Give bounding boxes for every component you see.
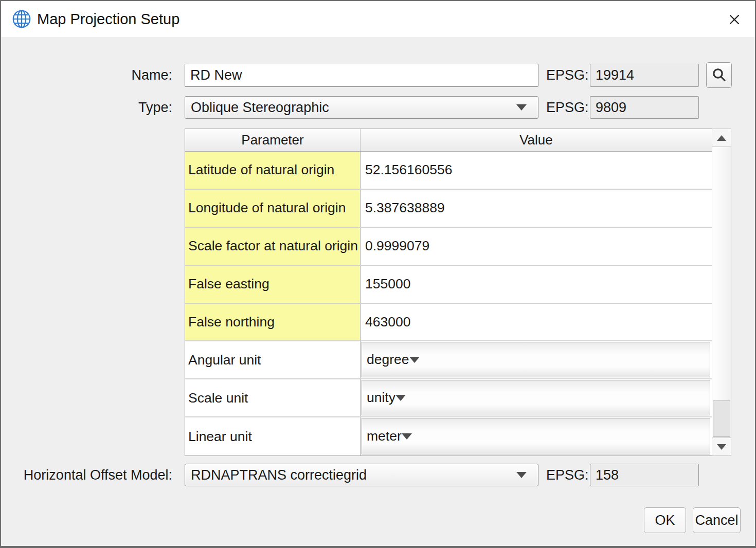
search-icon bbox=[711, 67, 727, 83]
unit-dropdown-value: degree bbox=[367, 352, 409, 368]
chevron-down-icon bbox=[395, 395, 406, 401]
globe-icon bbox=[11, 8, 32, 30]
value-cell[interactable]: 52.156160556 bbox=[361, 152, 712, 189]
parameter-cell[interactable]: False easting bbox=[185, 266, 361, 303]
parameter-table-body: Latitude of natural origin52.156160556Lo… bbox=[185, 152, 712, 455]
parameter-cell[interactable]: Linear unit bbox=[185, 417, 361, 455]
value-cell[interactable]: 5.387638889 bbox=[361, 190, 712, 227]
title-bar: Map Projection Setup bbox=[1, 1, 755, 37]
chevron-down-icon bbox=[409, 357, 420, 363]
cancel-button[interactable]: Cancel bbox=[693, 507, 741, 533]
table-row: Latitude of natural origin52.156160556 bbox=[185, 152, 712, 190]
parameter-cell[interactable]: Latitude of natural origin bbox=[185, 152, 361, 189]
chevron-down-icon bbox=[717, 444, 726, 450]
value-cell: unity bbox=[361, 379, 712, 416]
offset-epsg-field bbox=[590, 464, 699, 486]
table-scrollbar[interactable] bbox=[712, 129, 731, 456]
parameter-cell[interactable]: Longitude of natural origin bbox=[185, 190, 361, 227]
table-row: False northing463000 bbox=[185, 304, 712, 342]
parameter-cell[interactable]: Angular unit bbox=[185, 341, 361, 378]
type-label: Type: bbox=[1, 96, 172, 119]
offset-epsg-label: EPSG: bbox=[546, 464, 589, 487]
type-epsg-label: EPSG: bbox=[546, 96, 589, 119]
map-projection-setup-dialog: Map Projection Setup Name: EPSG: Type: O… bbox=[0, 0, 756, 548]
name-label: Name: bbox=[1, 64, 172, 87]
table-row: False easting155000 bbox=[185, 266, 712, 304]
type-epsg-field bbox=[590, 96, 699, 119]
unit-dropdown[interactable]: meter bbox=[362, 418, 710, 454]
chevron-down-icon bbox=[516, 104, 527, 111]
table-row: Scale factor at natural origin0.9999079 bbox=[185, 228, 712, 266]
offset-model-dropdown[interactable]: RDNAPTRANS correctiegrid bbox=[185, 464, 538, 486]
unit-dropdown[interactable]: degree bbox=[362, 342, 710, 377]
table-row: Scale unitunity bbox=[185, 379, 712, 417]
table-row: Linear unitmeter bbox=[185, 417, 712, 455]
value-cell[interactable]: 463000 bbox=[361, 304, 712, 341]
value-cell[interactable]: 155000 bbox=[361, 266, 712, 303]
name-epsg-field bbox=[590, 64, 699, 87]
unit-dropdown[interactable]: unity bbox=[362, 380, 710, 415]
table-row: Angular unitdegree bbox=[185, 341, 712, 379]
ok-button[interactable]: OK bbox=[644, 507, 686, 533]
chevron-up-icon bbox=[717, 135, 726, 141]
offset-model-value: RDNAPTRANS correctiegrid bbox=[191, 467, 516, 483]
parameter-cell[interactable]: False northing bbox=[185, 304, 361, 341]
scrollbar-up-button[interactable] bbox=[712, 129, 731, 147]
close-icon bbox=[727, 12, 742, 27]
name-input[interactable] bbox=[185, 64, 538, 87]
header-parameter: Parameter bbox=[185, 129, 361, 151]
chevron-down-icon bbox=[516, 472, 527, 478]
table-header: Parameter Value bbox=[185, 129, 712, 152]
parameter-table: Parameter Value Latitude of natural orig… bbox=[185, 129, 731, 456]
type-dropdown[interactable]: Oblique Stereographic bbox=[185, 96, 538, 119]
value-cell: meter bbox=[361, 417, 712, 455]
scrollbar-thumb[interactable] bbox=[713, 400, 730, 437]
scrollbar-down-button[interactable] bbox=[712, 437, 731, 455]
unit-dropdown-value: meter bbox=[367, 428, 402, 444]
value-cell: degree bbox=[361, 341, 712, 378]
type-dropdown-value: Oblique Stereographic bbox=[191, 100, 516, 116]
parameter-cell[interactable]: Scale unit bbox=[185, 379, 361, 416]
value-cell[interactable]: 0.9999079 bbox=[361, 228, 712, 265]
epsg-search-button[interactable] bbox=[706, 62, 732, 88]
offset-model-label: Horizontal Offset Model: bbox=[1, 464, 172, 487]
close-button[interactable] bbox=[724, 9, 745, 30]
chevron-down-icon bbox=[402, 433, 412, 440]
name-epsg-label: EPSG: bbox=[546, 64, 589, 87]
table-row: Longitude of natural origin5.387638889 bbox=[185, 190, 712, 228]
dialog-title: Map Projection Setup bbox=[37, 11, 179, 28]
header-value: Value bbox=[361, 129, 712, 151]
parameter-table-content: Parameter Value Latitude of natural orig… bbox=[185, 129, 712, 456]
parameter-cell[interactable]: Scale factor at natural origin bbox=[185, 228, 361, 265]
unit-dropdown-value: unity bbox=[367, 390, 395, 406]
